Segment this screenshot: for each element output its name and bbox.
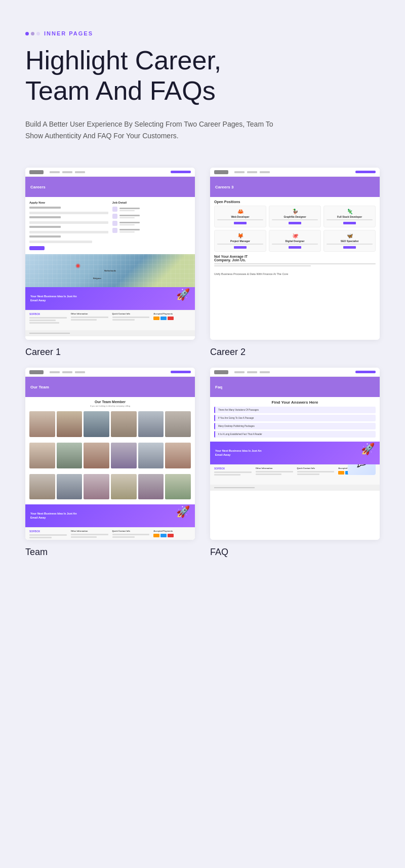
position-btn [289,246,301,249]
join-desc [214,263,376,264]
avatar-16 [111,474,137,500]
footer-line [112,534,150,535]
nav-item [260,171,270,173]
apply-btn [29,246,45,250]
footer-col-payments: Accepted Payments [153,312,191,328]
faq-nav-cta [355,371,376,373]
footer-line [112,319,135,321]
career1-hero-bar: Careers [25,177,195,197]
faq-item-2: If You Are Going To Use A Passage [214,415,376,421]
position-title-digital: Digital Designer [272,240,318,243]
faq-item-1: There Are Many Variations Of Passages [214,407,376,413]
field-label [29,235,61,238]
detail-line-sm [119,217,135,218]
detail-line [119,215,140,216]
avatar-1 [29,411,55,437]
avatar-12 [165,443,191,468]
position-title-seo: SEO Specialist [327,240,373,243]
footer-col-title: Other Information [256,467,293,469]
footer-col-title: Quick Contact Info [112,312,150,315]
footer-line [112,536,135,538]
inner-pages-tag: INNER PAGES [44,30,93,36]
team-grid-row2 [25,441,195,470]
career1-preview-card: Careers Apply Now [25,168,195,340]
team-section-header: Our Team Member if you are looking to de… [25,397,195,409]
career1-navbar [25,168,195,177]
decorative-dots [25,32,40,35]
career1-left-col: Apply Now [29,201,108,250]
footer-line [29,322,59,324]
footer-col-title: Quick Contact Info [112,530,150,532]
team-footer: SOFBOX Other Information Quick Contact I… [25,527,195,540]
open-positions-title: Open Positions [210,197,380,206]
career1-footer-bottom [25,330,195,336]
footer-col-title: Other Information [71,312,108,315]
career1-nav-cta [171,171,191,173]
position-desc [217,244,263,245]
nav-item [75,371,85,373]
footer-col-title: Accepted Payments [153,530,191,532]
job-detail-item [112,214,191,219]
avatar-13 [29,474,55,500]
position-icon-seo: 🦋 [327,233,373,239]
nav-item [247,371,257,373]
field-input [29,241,92,243]
detail-line-sm [119,224,135,225]
footer-col-info3: Other Information [256,467,293,483]
career1-cta-bar: Your Next Business Idea Is Just An Email… [25,287,195,310]
position-card-seo: 🦋 SEO Specialist [323,230,376,252]
detail-line [119,222,140,223]
apply-now-label: Apply Now [29,201,108,204]
team-nav-cta [171,371,191,373]
detail-icon [112,207,117,212]
team-card[interactable]: Our Team Our Team Member if you are look… [25,368,195,558]
faq-card[interactable]: Faq Find Your Answers Here There Are Man… [210,368,380,558]
position-btn [289,222,301,224]
position-title-fullstack: Full Stack Developer [327,215,373,218]
job-detail-item [112,207,191,212]
footer-col-info2: Other Information [71,530,108,540]
detail-line-sm [119,231,135,232]
position-desc [217,219,263,220]
faq-label: FAQ [210,540,380,558]
footer-line [29,317,67,319]
position-card-pm: 🦊 Project Manager [214,230,266,252]
team-cta-text: Your Next Business Idea Is Just An Email… [30,512,81,520]
job-detail-item [112,228,191,233]
position-btn [343,222,356,224]
position-btn [234,246,247,249]
career1-card[interactable]: Careers Apply Now [25,168,195,358]
position-icon-webdev: 🦀 [217,209,263,214]
career1-right-col: Job Detail [112,201,191,250]
position-btn [234,222,247,224]
field-label [29,216,61,218]
career2-navbar [210,168,380,177]
footer-col-logo3: SOFBOX [214,467,252,483]
avatar-6 [165,411,191,437]
career2-hero-bar: Careers 3 [210,177,380,197]
page-title: Highlight Career,Team And FAQs [25,46,380,106]
team-grid-row3 [25,472,195,502]
footer-col-payments2: Accepted Payments [153,530,191,540]
footer-col-title: Quick Contact Info [297,467,335,469]
team-label: Team [25,540,195,558]
team-grid-row1 [25,409,195,439]
cards-grid-row1: Careers Apply Now [25,168,380,358]
faq-rocket-icon: 🚀 [361,443,375,456]
faq-section-title: Find Your Answers Here [210,397,380,407]
footer-line [71,536,97,538]
faq-cta-text: Your Next Business Idea Is Just An Email… [215,449,266,457]
avatar-9 [84,443,109,468]
career1-nav [50,171,85,173]
position-card-graphicdesign: 🦆 GraphNo Designer [269,206,321,227]
section-tag: INNER PAGES [25,30,380,36]
career1-footer: SOFBOX Other Information Quick Contact I… [25,310,195,330]
career2-logo [214,170,228,174]
faq-preview: Faq Find Your Answers Here There Are Man… [210,368,380,540]
career1-hero-text: Careers [30,185,46,189]
field-label [29,207,61,209]
career2-card[interactable]: Careers 3 Open Positions 🦀 Web Developer… [210,168,380,358]
avatar-5 [138,411,164,437]
position-title-graphic: GraphNo Designer [272,215,318,218]
position-title-pm: Project Manager [217,240,263,243]
